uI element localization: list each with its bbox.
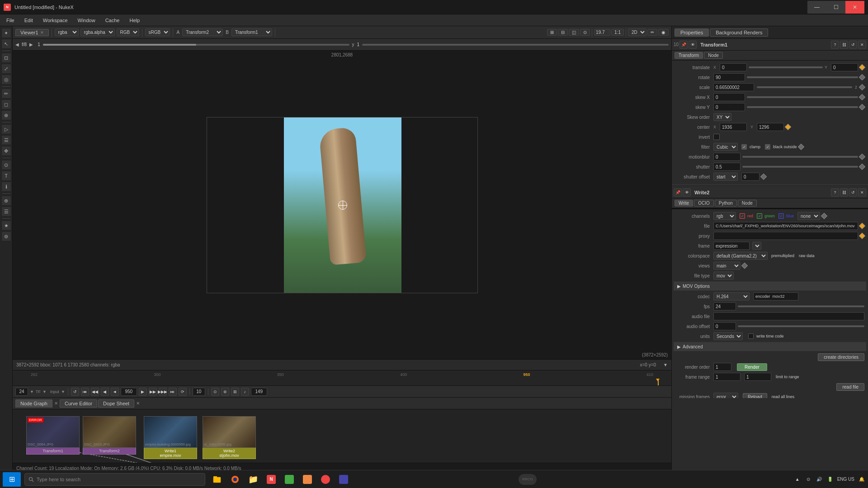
transform-b-select[interactable]: Transform1: [231, 28, 272, 36]
colorspace-b-select[interactable]: sRGB: [145, 28, 170, 36]
taskbar-app-green[interactable]: [281, 471, 297, 488]
prop2-filetype-select[interactable]: mov: [713, 272, 734, 280]
props1-subtab-node[interactable]: Node: [704, 52, 723, 59]
tool-info[interactable]: ℹ: [1, 182, 11, 192]
start-button[interactable]: ⊞: [3, 472, 21, 487]
tool-mask[interactable]: ☰: [1, 135, 11, 145]
fstop-arrow-right[interactable]: ▶: [29, 42, 33, 47]
rp-tab-properties[interactable]: Properties: [675, 28, 709, 37]
prop2-missingframes-select[interactable]: error: [713, 393, 738, 398]
tool-roto[interactable]: ◎: [1, 75, 11, 84]
props1-link[interactable]: ⛓: [840, 41, 848, 49]
tool-transform[interactable]: ⤢: [1, 64, 11, 74]
prop-center-x[interactable]: [720, 123, 747, 131]
current-frame-input[interactable]: [121, 388, 137, 396]
prop-skewy-value[interactable]: [713, 103, 745, 111]
prop-translate-x-slider[interactable]: [749, 66, 823, 68]
prop2-fps-slider[interactable]: [738, 305, 864, 307]
maximize-button[interactable]: ☐: [826, 1, 845, 14]
prop2-audiofile-input[interactable]: [713, 312, 864, 320]
taskbar-app-orange[interactable]: [299, 471, 316, 488]
prop-translate-x[interactable]: [720, 63, 747, 71]
prop2-audiooffset-input[interactable]: [713, 322, 736, 330]
menu-edit[interactable]: Edit: [20, 17, 38, 24]
fstop-arrow-left[interactable]: ◀: [15, 42, 19, 47]
prop-skewx-slider[interactable]: [747, 96, 858, 98]
tab-node-graph[interactable]: Node Graph: [15, 399, 52, 408]
prop2-b-checkbox[interactable]: ✓: [778, 213, 784, 219]
timeline-track[interactable]: [13, 379, 671, 385]
tc-render-btn[interactable]: ⊙: [211, 388, 219, 396]
tool-clone[interactable]: ⊕: [1, 110, 11, 120]
tc-render2-btn[interactable]: ⊚: [221, 388, 229, 396]
tray-battery-icon[interactable]: 🔋: [826, 476, 834, 483]
channel-alpha-select[interactable]: rgba.alpha: [80, 28, 115, 36]
prop2-units-select[interactable]: SecondsFrames: [713, 332, 743, 340]
tray-notification-icon[interactable]: 🔔: [858, 476, 865, 483]
prop-filter-select[interactable]: CubicLinear: [713, 143, 738, 151]
rp-tab-background-renders[interactable]: Background Renders: [710, 28, 768, 37]
taskbar-app-nuke[interactable]: N: [263, 471, 279, 488]
prop-shutter-slider[interactable]: [742, 166, 858, 168]
props1-pin[interactable]: 📌: [679, 41, 688, 49]
prop-motionblur-value[interactable]: [713, 153, 741, 161]
tab-node-graph-close[interactable]: ✕: [53, 401, 59, 406]
tool-measure[interactable]: ⊙: [1, 160, 11, 170]
prop-skewx-value[interactable]: [713, 93, 745, 101]
prop-translate-y[interactable]: [831, 63, 858, 71]
tool-select[interactable]: ✦: [1, 28, 11, 38]
prop-scale-value[interactable]: [713, 83, 754, 91]
menu-window[interactable]: Window: [73, 17, 100, 24]
minimize-button[interactable]: —: [807, 1, 826, 14]
tool-eraser[interactable]: ◻: [1, 99, 11, 109]
viewer-tb-btn-3[interactable]: ◫: [569, 29, 579, 36]
taskbar-app-explorer[interactable]: [209, 471, 225, 488]
out-frame-input[interactable]: [251, 388, 267, 396]
props2-subtab-node[interactable]: Node: [738, 200, 757, 206]
view-mode-select[interactable]: 2D3D: [628, 28, 646, 36]
prop2-audiooffset-slider[interactable]: [738, 325, 864, 327]
prop2-framerange-end[interactable]: [744, 373, 771, 381]
prop2-render-btn[interactable]: Render: [737, 363, 767, 371]
prop-invert-checkbox[interactable]: [713, 134, 720, 140]
viewer-tab-1[interactable]: Viewer1 ✕: [15, 29, 49, 36]
taskbar-app-folder[interactable]: 📁: [245, 471, 261, 488]
prop2-createdir-btn[interactable]: create directories: [818, 353, 864, 361]
tab-dope-sheet-close[interactable]: ✕: [135, 401, 141, 406]
taskbar-search[interactable]: Type here to search: [24, 473, 205, 486]
advanced-header[interactable]: ▶ Advanced: [674, 342, 866, 351]
props2-close[interactable]: ✕: [858, 188, 866, 197]
props1-subtab-transform[interactable]: Transform: [675, 52, 703, 59]
props2-eye[interactable]: 👁: [683, 188, 691, 197]
viewer-paint-btn[interactable]: ✏: [647, 29, 657, 36]
colorspace-a-select[interactable]: RGB: [117, 28, 139, 36]
tc-rev-play[interactable]: ◄: [111, 388, 119, 396]
prop2-proxy-keyframe[interactable]: [859, 233, 865, 239]
y-slider[interactable]: [362, 44, 669, 46]
zoom-input[interactable]: [594, 29, 610, 36]
prop2-write-timecode-checkbox[interactable]: [748, 333, 754, 339]
prop-skeworder-select[interactable]: XYYX: [713, 113, 731, 121]
prop2-file-keyframe[interactable]: [859, 223, 865, 229]
node-read2-transform1[interactable]: ERROR DSC_0064.JPG Transform1: [26, 416, 80, 455]
prop-shutter-offset-select[interactable]: startcenter: [713, 173, 738, 181]
menu-workspace[interactable]: Workspace: [38, 17, 72, 24]
viewer-tb-btn-1[interactable]: ⊞: [547, 29, 557, 36]
node-read7-write1[interactable]: empire-building.0000950.jpg Write1empire…: [144, 416, 197, 459]
nodegraph-canvas[interactable]: ERROR DSC_0064.JPG Transform1 DSC_0410.J…: [13, 409, 671, 463]
prop2-r-checkbox[interactable]: ✓: [740, 213, 745, 219]
prop2-framerange-start[interactable]: [713, 373, 741, 381]
viewer-tb-btn-2[interactable]: ⊟: [558, 29, 568, 36]
tool-extra2[interactable]: ⊚: [1, 231, 11, 241]
prop-motionblur-slider[interactable]: [742, 156, 858, 158]
mov-options-header[interactable]: ▶ MOV Options: [674, 282, 866, 291]
props2-subtab-write[interactable]: Write: [675, 200, 693, 206]
prop2-g-checkbox[interactable]: ✓: [757, 213, 762, 219]
prop2-none-select[interactable]: none: [797, 212, 820, 220]
props1-eye[interactable]: 👁: [689, 41, 697, 49]
transform-a-select[interactable]: Transform2: [182, 28, 223, 36]
props2-link[interactable]: ⛓: [840, 188, 848, 197]
prop2-renderorder-input[interactable]: [713, 363, 731, 371]
prop-scale-keyframe[interactable]: [859, 84, 865, 90]
props2-subtab-python[interactable]: Python: [715, 200, 737, 206]
